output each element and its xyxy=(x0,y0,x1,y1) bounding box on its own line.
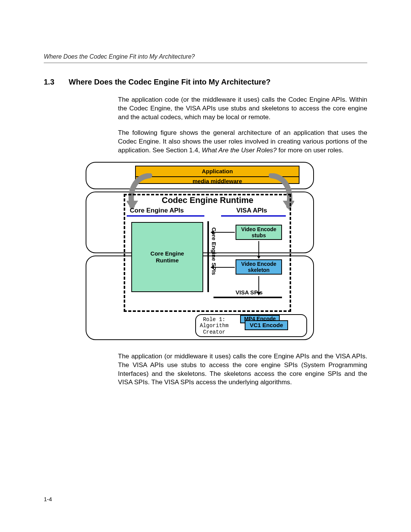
application-label: Application xyxy=(136,166,299,177)
video-encode-skeleton-box: Video Encode skeleton xyxy=(236,259,282,275)
section-number: 1.3 xyxy=(44,78,67,86)
core-engine-apis-line xyxy=(127,215,204,217)
paragraph-2: The following figure shows the general a… xyxy=(118,129,367,155)
core-engine-runtime-label: Core Engine Runtime xyxy=(150,250,184,264)
visa-spis-line xyxy=(213,297,282,298)
paragraph-3: The application (or middleware it uses) … xyxy=(118,352,367,387)
vc1-encode-box: VC1 Encode xyxy=(245,320,288,330)
page-number: 1-4 xyxy=(44,496,52,502)
section-heading: 1.3 Where Does the Codec Engine Fit into… xyxy=(44,78,367,86)
core-engine-spis-line xyxy=(207,221,209,292)
application-box: Application media middleware xyxy=(135,166,299,184)
video-encode-stubs-label: Video Encode stubs xyxy=(241,226,276,239)
visa-apis-line xyxy=(221,215,286,217)
arrow-skeleton-to-spis-icon xyxy=(213,267,235,268)
paragraph-2-ref: What Are the User Roles? xyxy=(202,147,277,154)
arrow-stubs-to-skeleton-icon xyxy=(258,241,259,256)
media-middleware-label: media middleware xyxy=(136,177,299,184)
arrow-stubs-to-spis-icon xyxy=(213,232,235,233)
video-encode-stubs-box: Video Encode stubs xyxy=(236,225,282,240)
core-engine-apis-label: Core Engine APIs xyxy=(130,207,184,214)
visa-apis-label: VISA APIs xyxy=(236,207,267,214)
paragraph-1: The application code (or the middleware … xyxy=(118,96,367,122)
running-header: Where Does the Codec Engine Fit into My … xyxy=(44,53,367,63)
role-1-label: Role 1: Algorithm Creator xyxy=(200,316,229,335)
paragraph-2c: for more on user roles. xyxy=(277,147,344,154)
section-title: Where Does the Codec Engine Fit into My … xyxy=(69,78,271,86)
core-engine-runtime-box: Core Engine Runtime xyxy=(131,222,203,292)
visa-spis-label: VISA SPIs xyxy=(236,289,263,296)
codec-engine-runtime-title: Codec Engine Runtime xyxy=(162,195,253,205)
video-encode-skeleton-label: Video Encode skeleton xyxy=(241,261,276,273)
architecture-diagram: Role 4: Application Author Role 3: Engin… xyxy=(86,162,314,344)
